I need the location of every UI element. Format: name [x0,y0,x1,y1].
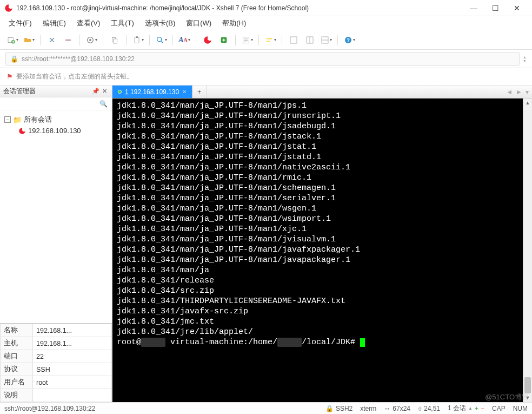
tab-nav-right-icon[interactable]: ► [516,88,522,96]
sessions-remove-icon[interactable]: − [481,405,484,412]
sessions-add-icon[interactable]: + [475,405,478,412]
status-num: NUM [513,405,528,412]
separator [126,35,127,45]
status-proto: SSH2 [336,405,353,412]
prop-key: 协议 [1,363,33,376]
session-properties: 名称192.168.1... 主机192.168.1... 端口22 协议SSH… [0,323,112,402]
prop-row: 端口22 [1,350,112,363]
folder-icon: 📁 [13,116,22,124]
status-bar: ssh://root@192.168.109.130:22 🔒SSH2 xter… [0,402,532,414]
terminal[interactable]: jdk1.8.0_341/man/ja_JP.UTF-8/man1/jps.1 … [112,98,523,402]
menu-window[interactable]: 窗口(W) [182,17,216,30]
menu-tools[interactable]: 工具(T) [107,17,138,30]
copy-icon[interactable] [108,33,122,47]
session-icon [18,127,26,135]
tab-add-button[interactable]: + [192,86,207,98]
separator [79,35,80,45]
xshell-icon[interactable] [201,33,215,47]
svg-text:?: ? [347,37,350,43]
menu-tabs[interactable]: 选项卡(B) [141,17,179,30]
prop-key: 用户名 [1,376,33,389]
separator [235,35,236,45]
layout1-icon[interactable] [287,33,301,47]
minimize-button[interactable]: ― [463,1,484,16]
tab-close-icon[interactable]: ✕ [182,89,187,95]
status-term: xterm [360,405,376,412]
tree-session-label: 192.168.109.130 [28,127,81,135]
prop-key: 说明 [1,389,33,402]
main-area: 1 192.168.109.130 ✕ + ◄ ► ▾ jdk1.8.0_341… [112,86,532,402]
address-input[interactable]: 🔒 ssh://root:********@192.168.109.130:22 [5,52,520,66]
hint-text: 要添加当前会话，点击左侧的箭头按钮。 [16,72,133,81]
separator [103,35,103,45]
paste-icon[interactable]: ▾ [131,33,145,47]
sidebar-search[interactable]: 🔍 [0,97,112,110]
highlight-icon[interactable]: ▾ [263,33,277,47]
prop-row: 主机192.168.1... [1,337,112,350]
close-button[interactable]: ✕ [506,1,528,16]
tree-root[interactable]: − 📁 所有会话 [2,114,110,126]
layout2-icon[interactable] [303,33,317,47]
maximize-button[interactable]: ☐ [484,1,506,16]
prop-row: 协议SSH [1,363,112,376]
separator [149,35,150,45]
tree-session[interactable]: 192.168.109.130 [2,126,110,136]
lock-icon: 🔒 [325,405,334,412]
prop-val: root [33,376,112,389]
svg-rect-8 [135,37,139,43]
scroll-thumb[interactable] [524,377,531,393]
new-session-icon[interactable]: ▾ [5,33,19,47]
menu-bar: 文件(F) 编辑(E) 查看(V) 工具(T) 选项卡(B) 窗口(W) 帮助(… [0,16,532,30]
address-bar: 🔒 ssh://root:********@192.168.109.130:22… [0,50,532,68]
separator [258,35,259,45]
close-panel-icon[interactable]: ✕ [100,88,109,95]
menu-edit[interactable]: 编辑(E) [38,17,70,30]
reconnect-icon[interactable] [45,33,59,47]
pin-icon[interactable]: 📌 [91,88,100,95]
scroll-up-icon[interactable]: ▲ [523,98,532,107]
font-icon[interactable]: AA▾ [177,33,191,47]
svg-point-5 [89,39,91,41]
status-sessions: 1 会话 [448,404,466,413]
find-icon[interactable]: ▾ [154,33,168,47]
status-size: 67x24 [393,405,410,412]
tab-index: 1 [125,88,129,96]
separator [282,35,282,45]
window-title: 192.168.109.130 - root@jinqi-virtual-mac… [16,4,463,12]
prop-val: SSH [33,363,112,376]
sidebar-header: 会话管理器 📌 ✕ [0,86,112,97]
help-icon[interactable]: ?▾ [342,33,356,47]
collapse-icon[interactable]: − [4,116,11,123]
menu-view[interactable]: 查看(V) [72,17,104,30]
search-icon: 🔍 [99,100,108,108]
terminal-scrollbar[interactable]: ▲ ▼ [523,98,532,402]
title-bar: 192.168.109.130 - root@jinqi-virtual-mac… [0,0,532,16]
open-icon[interactable]: ▾ [22,33,36,47]
properties-icon[interactable]: ▾ [84,33,98,47]
lock-icon: 🔒 [10,55,18,63]
tab-menu-icon[interactable]: ▾ [526,88,529,96]
tab-nav-left-icon[interactable]: ◄ [506,88,513,96]
separator [196,35,196,45]
svg-rect-9 [136,36,138,38]
layout3-icon[interactable]: ▾ [319,33,333,47]
scroll-down-icon[interactable]: ▼ [523,393,532,402]
tab-label: 192.168.109.130 [130,88,179,96]
xftp-icon[interactable] [217,33,231,47]
pos-icon: ⎀ [418,405,422,412]
hint-bar: ⚑ 要添加当前会话，点击左侧的箭头按钮。 [0,68,532,86]
menu-help[interactable]: 帮助(H) [218,17,250,30]
disconnect-icon[interactable] [61,33,75,47]
prop-val [33,389,112,402]
separator [337,35,338,45]
tab-session-active[interactable]: 1 192.168.109.130 ✕ [112,86,192,98]
svg-rect-7 [114,39,117,43]
prop-val: 192.168.1... [33,324,112,337]
svg-rect-15 [290,37,297,43]
menu-file[interactable]: 文件(F) [4,17,36,30]
prop-val: 22 [33,350,112,363]
prop-val: 192.168.1... [33,337,112,350]
script-icon[interactable]: ▾ [240,33,254,47]
status-cap: CAP [492,405,506,412]
sidebar-title: 会话管理器 [3,87,36,96]
